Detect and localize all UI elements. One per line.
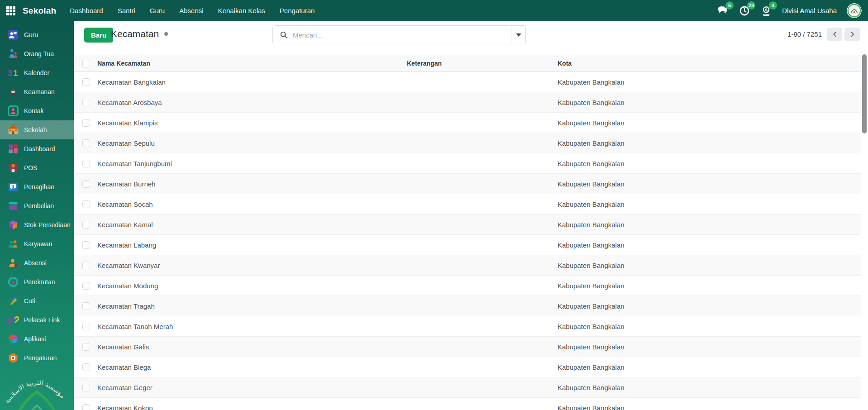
sidebar-item-karyawan[interactable]: Karyawan [0,234,74,253]
row-checkbox[interactable] [82,139,90,147]
sidebar-item-cuti[interactable]: Cuti [0,291,74,310]
table-row[interactable]: Kecamatan Kamal Kabupaten Bangkalan [74,215,861,235]
chevron-left-icon [831,31,838,38]
table-row[interactable]: Kecamatan Geger Kabupaten Bangkalan [74,377,861,398]
activities-badge: 23 [747,1,755,10]
table-row[interactable]: Kecamatan Blega Kabupaten Bangkalan [74,357,861,377]
row-checkbox[interactable] [82,343,90,351]
row-checkbox[interactable] [82,78,90,86]
topbar-menu-item[interactable]: Pengaturan [280,7,315,14]
table-row[interactable]: Kecamatan Klampis Kabupaten Bangkalan [74,113,861,133]
table-row[interactable]: Kecamatan Bangkalan Kabupaten Bangkalan [74,72,861,92]
sidebar-item-pembelian[interactable]: Pembelian [0,196,74,215]
title-settings-gear-icon[interactable] [162,30,170,38]
table-row[interactable]: Kecamatan Galis Kabupaten Bangkalan [74,337,861,357]
topbar-menu-item[interactable]: Guru [150,7,165,14]
cell-nama-kecamatan: Kecamatan Sepulu [90,139,400,147]
sidebar-item-penagihan[interactable]: $ Penagihan [0,177,74,196]
table-row[interactable]: Kecamatan Burneh Kabupaten Bangkalan [74,174,861,194]
row-checkbox[interactable] [82,241,90,249]
cell-kota: Kabupaten Bangkalan [550,139,861,147]
table-body: Kecamatan Bangkalan Kabupaten Bangkalan … [74,72,861,410]
table-row[interactable]: Kecamatan Arosbaya Kabupaten Bangkalan [74,92,861,113]
sidebar-item-label: Aplikasi [24,335,46,343]
row-checkbox[interactable] [82,262,90,269]
column-header-nama-kecamatan[interactable]: Nama Kecamatan [90,60,400,67]
row-checkbox[interactable] [82,282,90,290]
table-row[interactable]: Kecamatan Labang Kabupaten Bangkalan [74,235,861,255]
cell-kota: Kabupaten Bangkalan [550,302,861,310]
chevron-down-icon [516,33,521,37]
table-row[interactable]: Kecamatan Modung Kabupaten Bangkalan [74,276,861,296]
topbar-menu-item[interactable]: Kenaikan Kelas [218,7,265,14]
sidebar-nav: Guru Orang Tua 31 Kalender Keamanan Kont… [0,21,74,367]
cell-nama-kecamatan: Kecamatan Geger [90,384,400,391]
apps-grid-icon[interactable] [0,0,22,21]
row-checkbox[interactable] [82,302,90,310]
table-row[interactable]: Kecamatan Tragah Kabupaten Bangkalan [74,296,861,316]
row-checkbox[interactable] [82,200,90,208]
sidebar-item-pos[interactable]: POS [0,158,74,177]
row-checkbox[interactable] [82,221,90,229]
messages-icon[interactable]: 5 [717,5,729,17]
vertical-scrollbar[interactable] [862,54,867,133]
table-row[interactable]: Kecamatan Kwanyar Kabupaten Bangkalan [74,255,861,276]
sidebar-item-dashboard[interactable]: Dashboard [0,139,74,158]
table-row[interactable]: Kecamatan Sepulu Kabupaten Bangkalan [74,133,861,153]
sidebar-item-label: Stok Persediaan [24,221,71,229]
row-checkbox[interactable] [82,384,90,391]
sidebar-item-aplikasi[interactable]: Aplikasi [0,329,74,348]
row-checkbox[interactable] [82,323,90,330]
sidebar-item-orang-tua[interactable]: Orang Tua [0,44,74,63]
purchase-icon [7,200,19,212]
row-checkbox[interactable] [82,363,90,371]
table-row[interactable]: Kecamatan Kokop Kabupaten Bangkalan [74,398,861,410]
sidebar-item-kontak[interactable]: Kontak [0,101,74,120]
topbar-menu-item[interactable]: Dashboard [70,7,103,14]
column-header-kota[interactable]: Kota [550,60,861,67]
sidebar-item-stok-persediaan[interactable]: Stok Persediaan [0,215,74,234]
app-title[interactable]: Sekolah [23,6,56,16]
cell-nama-kecamatan: Kecamatan Tragah [90,302,400,310]
table-row[interactable]: Kecamatan Socah Kabupaten Bangkalan [74,194,861,215]
dashboard-icon [7,143,19,155]
cell-nama-kecamatan: Kecamatan Modung [90,282,400,290]
column-header-keterangan[interactable]: Keterangan [400,60,550,67]
row-checkbox[interactable] [82,180,90,188]
activities-clock-icon[interactable]: 23 [739,5,750,17]
cell-nama-kecamatan: Kecamatan Kamal [90,221,400,229]
search-icon [279,30,288,39]
search-input[interactable] [293,31,511,39]
row-checkbox[interactable] [82,160,90,167]
cell-nama-kecamatan: Kecamatan Klampis [90,119,400,127]
topbar-menu-item[interactable]: Santri [118,7,135,14]
security-icon [7,86,19,98]
cell-nama-kecamatan: Kecamatan Blega [90,363,400,371]
sidebar-item-pelacak-link[interactable]: Pelacak Link [0,310,74,329]
row-checkbox[interactable] [82,404,90,410]
user-name[interactable]: Divisi Amal Usaha [782,7,837,14]
money-icon[interactable]: $ 4 [760,5,772,17]
sidebar-item-sekolah[interactable]: Sekolah [0,120,74,139]
sidebar-item-perekrutan[interactable]: Perekrutan [0,272,74,291]
next-page-button[interactable] [844,28,860,41]
sidebar-item-guru[interactable]: Guru [0,25,74,44]
sidebar-item-keamanan[interactable]: Keamanan [0,82,74,101]
user-avatar[interactable] [847,3,862,18]
attendance-icon [7,257,19,269]
cell-kota: Kabupaten Bangkalan [550,404,861,410]
table-row[interactable]: Kecamatan Tanah Merah Kabupaten Bangkala… [74,316,861,337]
topbar-right: 5 23 $ 4 Divisi Amal Usaha [717,3,868,18]
topbar-menu-item[interactable]: Absensi [179,7,203,14]
sidebar-item-kalender[interactable]: 31 Kalender [0,63,74,82]
table-row[interactable]: Kecamatan Tanjungbumi Kabupaten Bangkala… [74,153,861,174]
prev-page-button[interactable] [827,28,842,41]
select-all-checkbox[interactable] [82,60,90,67]
sidebar-item-absensi[interactable]: Absensi [0,253,74,272]
row-checkbox[interactable] [82,99,90,106]
new-record-button[interactable]: Baru [84,28,113,43]
search-dropdown-toggle[interactable] [511,26,525,44]
row-checkbox[interactable] [82,119,90,127]
cell-kota: Kabupaten Bangkalan [550,180,861,188]
cell-kota: Kabupaten Bangkalan [550,200,861,208]
